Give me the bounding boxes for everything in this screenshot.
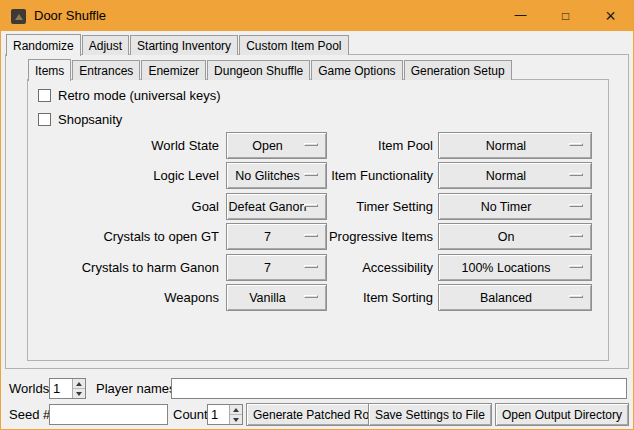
maximize-button[interactable]: □ [543, 1, 588, 31]
main-tabbar: Randomize Adjust Starting Inventory Cust… [6, 34, 350, 55]
dropdown-indicator-icon [569, 204, 583, 207]
tab-entrances[interactable]: Entrances [72, 60, 140, 80]
shopsanity-label: Shopsanity [58, 112, 122, 127]
progressive-items-label: Progressive Items [301, 223, 433, 250]
item-functionality-dropdown[interactable]: Normal [438, 162, 592, 189]
door-shuffle-window: Door Shuffle — □ × Randomize Adjust Star… [0, 0, 634, 430]
worlds-label: Worlds [9, 378, 49, 399]
dropdown-value: Normal [482, 169, 548, 183]
spin-arrows [72, 379, 85, 398]
tab-custom-item-pool[interactable]: Custom Item Pool [239, 35, 348, 55]
item-sorting-dropdown[interactable]: Balanced [438, 284, 592, 311]
dropdown-value: 7 [260, 230, 293, 244]
progressive-items-dropdown[interactable]: On [438, 223, 592, 250]
spin-up-icon [76, 382, 82, 386]
tab-items[interactable]: Items [28, 59, 71, 81]
spin-up-icon [233, 408, 239, 412]
tab-enemizer[interactable]: Enemizer [141, 60, 206, 80]
titlebar: Door Shuffle — □ × [1, 1, 633, 31]
world-state-label: World State [31, 132, 219, 159]
sub-tabbar: Items Entrances Enemizer Dungeon Shuffle… [28, 59, 513, 80]
worlds-spin-down-button[interactable] [73, 389, 85, 398]
player-names-label: Player names [96, 378, 175, 399]
timer-setting-label: Timer Setting [301, 193, 433, 220]
tab-dungeon-shuffle[interactable]: Dungeon Shuffle [207, 60, 310, 80]
count-spinbox[interactable]: 1 [207, 404, 243, 425]
tab-generation-setup[interactable]: Generation Setup [404, 60, 512, 80]
dropdown-value: Balanced [476, 291, 554, 305]
dropdown-value: No Timer [477, 200, 554, 214]
item-sorting-label: Item Sorting [301, 284, 433, 311]
count-spin-down-button[interactable] [230, 415, 242, 424]
spin-down-icon [233, 418, 239, 422]
bottom-right-buttons: Save Settings to File Open Output Direct… [368, 403, 629, 426]
tab-adjust[interactable]: Adjust [82, 35, 129, 55]
close-icon: × [605, 7, 616, 25]
weapons-label: Weapons [31, 284, 219, 311]
minimize-button[interactable]: — [498, 1, 543, 31]
worlds-spinbox[interactable]: 1 [49, 378, 86, 399]
crystals-ganon-label: Crystals to harm Ganon [31, 254, 219, 281]
spin-arrows [229, 405, 242, 424]
save-settings-button[interactable]: Save Settings to File [368, 403, 492, 426]
retro-mode-row: Retro mode (universal keys) [38, 88, 221, 103]
logic-level-label: Logic Level [31, 162, 219, 189]
worlds-value: 1 [50, 379, 72, 398]
close-button[interactable]: × [588, 1, 633, 31]
window-title: Door Shuffle [34, 1, 106, 31]
dropdown-indicator-icon [569, 295, 583, 298]
dropdown-value: 100% Locations [458, 261, 573, 275]
dropdown-indicator-icon [569, 234, 583, 237]
accessibility-dropdown[interactable]: 100% Locations [438, 254, 592, 281]
dropdown-indicator-icon [569, 143, 583, 146]
item-pool-label: Item Pool [301, 132, 433, 159]
tab-game-options[interactable]: Game Options [311, 60, 402, 80]
goal-label: Goal [31, 193, 219, 220]
dropdown-value: On [494, 230, 537, 244]
item-functionality-label: Item Functionality [301, 162, 433, 189]
worlds-spin-up-button[interactable] [73, 379, 85, 389]
accessibility-label: Accessibility [301, 254, 433, 281]
seed-input[interactable] [49, 404, 168, 425]
maximize-icon: □ [562, 10, 569, 22]
generate-patched-rom-button[interactable]: Generate Patched Rom [246, 403, 386, 426]
retro-mode-checkbox[interactable] [38, 89, 51, 102]
retro-mode-label: Retro mode (universal keys) [58, 88, 221, 103]
item-pool-dropdown[interactable]: Normal [438, 132, 592, 159]
dropdown-value: Vanilla [245, 291, 308, 305]
dropdown-indicator-icon [569, 173, 583, 176]
player-names-input[interactable] [171, 378, 627, 399]
open-output-directory-button[interactable]: Open Output Directory [495, 403, 629, 426]
crystals-gt-label: Crystals to open GT [31, 223, 219, 250]
count-spin-up-button[interactable] [230, 405, 242, 415]
timer-setting-dropdown[interactable]: No Timer [438, 193, 592, 220]
dropdown-value: Normal [482, 139, 548, 153]
dropdown-indicator-icon [569, 265, 583, 268]
count-value: 1 [208, 405, 229, 424]
seed-label: Seed # [9, 404, 50, 425]
spin-down-icon [76, 392, 82, 396]
minimize-icon: — [515, 9, 527, 21]
shopsanity-checkbox[interactable] [38, 113, 51, 126]
tab-starting-inventory[interactable]: Starting Inventory [130, 35, 238, 55]
shopsanity-row: Shopsanity [38, 112, 122, 127]
tab-randomize[interactable]: Randomize [6, 34, 81, 56]
dropdown-value: 7 [260, 261, 293, 275]
dropdown-value: Open [248, 139, 305, 153]
app-icon [11, 9, 26, 24]
count-label: Count [173, 404, 208, 425]
window-controls: — □ × [498, 1, 633, 31]
